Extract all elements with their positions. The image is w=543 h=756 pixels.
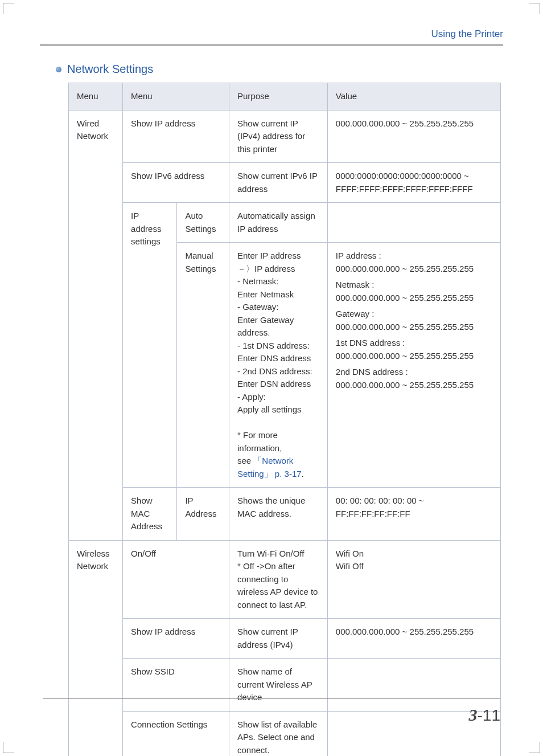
cell-value: 000.000.000.000 ~ 255.255.255.255 — [327, 619, 500, 659]
cell-purpose: Show name of current Wireless AP device — [229, 659, 328, 712]
page-suffix: -11 — [478, 706, 500, 724]
cell-purpose: Show current IPv6 IP address — [229, 163, 328, 203]
footer-rule — [43, 698, 500, 699]
network-settings-table: Menu Menu Purpose Value Wired Network Sh… — [68, 83, 501, 756]
cell-purpose: Shows the unique MAC address. — [229, 488, 328, 541]
chapter-number: 3 — [469, 705, 478, 724]
link-network-setting[interactable]: 「Network Setting」 p. 3-17 — [237, 456, 302, 479]
table-row: Show IP address Show current IP address … — [69, 619, 501, 659]
table-row: Show IPv6 address Show current IPv6 IP a… — [69, 163, 501, 203]
page-number: 3-11 — [469, 705, 500, 725]
cell-show-ipv6: Show IPv6 address — [123, 163, 229, 203]
table-row: Show SSID Show name of current Wireless … — [69, 659, 501, 712]
crop-mark — [529, 3, 540, 14]
breadcrumb: Using the Printer — [40, 28, 503, 46]
cell-ip-settings: IP address settings — [123, 203, 177, 488]
cell-wireless-show-ip: Show IP address — [123, 619, 229, 659]
col-header-purpose: Purpose — [229, 83, 328, 111]
section-heading: Network Settings — [56, 63, 503, 76]
table-row: Connection Settings Show list of availab… — [69, 711, 501, 756]
cell-purpose: Show list of available APs. Select one a… — [229, 711, 328, 756]
crop-mark — [3, 3, 14, 14]
crop-mark — [3, 742, 14, 753]
table-row: IP address settings Auto Settings Automa… — [69, 203, 501, 243]
cell-connection-settings: Connection Settings — [123, 711, 229, 756]
cell-value: Wifi On Wifi Off — [327, 540, 500, 619]
cell-value: 000.000.000.000 ~ 255.255.255.255 — [327, 110, 500, 163]
section-title-text: Network Settings — [67, 63, 153, 76]
cell-purpose: Show current IP address (IPv4) — [229, 619, 328, 659]
cell-onoff: On/Off — [123, 540, 229, 619]
table-row: Wireless Network On/Off Turn Wi-Fi On/Of… — [69, 540, 501, 619]
crop-mark — [529, 742, 540, 753]
table-row: Show MAC Address IP Address Shows the un… — [69, 488, 501, 541]
cell-purpose: Turn Wi-Fi On/Off* Off ->On after connec… — [229, 540, 328, 619]
cell-purpose: Automatically assign IP address — [229, 203, 328, 243]
cell-value-manual: IP address :000.000.000.000 ~ 255.255.25… — [327, 243, 500, 488]
col-header-value: Value — [327, 83, 500, 111]
cell-auto-settings: Auto Settings — [177, 203, 229, 243]
col-header-menu2: Menu — [123, 83, 229, 111]
cell-value — [327, 203, 500, 243]
cell-value — [327, 659, 500, 712]
cell-wireless-network: Wireless Network — [69, 540, 123, 756]
cell-show-ip: Show IP address — [123, 110, 229, 163]
cell-value: 0000:0000:0000:0000:0000:0000 ~ FFFF:FFF… — [327, 163, 500, 203]
table-row: Wired Network Show IP address Show curre… — [69, 110, 501, 163]
cell-purpose: Show current IP (IPv4) address for this … — [229, 110, 328, 163]
cell-show-ssid: Show SSID — [123, 659, 229, 712]
cell-mac-sub: IP Address — [177, 488, 229, 541]
cell-show-mac: Show MAC Address — [123, 488, 177, 541]
bullet-icon — [56, 67, 61, 72]
cell-purpose-manual: Enter IP address－〉IP address- Netmask:En… — [229, 243, 328, 488]
cell-manual-settings: Manual Settings — [177, 243, 229, 488]
cell-value: 00: 00: 00: 00: 00: 00 ~ FF:FF:FF:FF:FF:… — [327, 488, 500, 541]
cell-wired-network: Wired Network — [69, 110, 123, 540]
col-header-menu1: Menu — [69, 83, 123, 111]
